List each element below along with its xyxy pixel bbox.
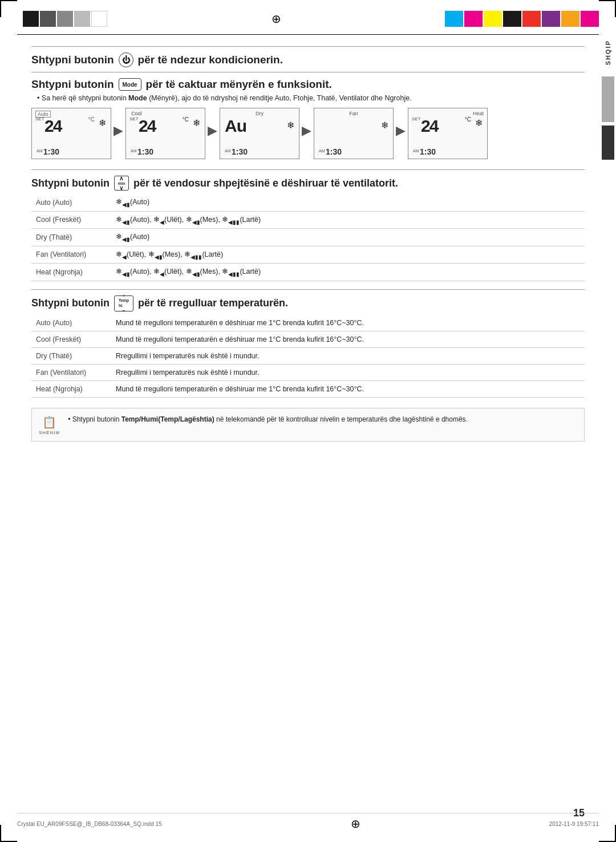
corner-mark-br [599,825,616,842]
display-cool-temp: 24 [139,116,155,136]
fan-speeds-dry: ❄◀▮(Auto) [111,229,585,246]
cbar-yellow [484,11,502,27]
temp-row-dry: Dry (Thatë) Rregullimi i temperaturës nu… [31,347,585,364]
display-heat-label: Heat [473,111,484,116]
section1-bullet: • Sa herë që shtypni butonin Mode (Mënyr… [37,94,585,102]
temp-table: Auto (Auto) Mund të rregulloni temperatu… [31,315,585,398]
fan-row-fan: Fan (Ventilatori) ❄◀(Ulët), ❄◀▮(Mes), ❄◀… [31,246,585,264]
cbar-red [522,11,541,27]
color-bars-right [445,11,599,27]
section3: Shtypni butonin + Temphi. − për të rregu… [31,289,585,398]
display-dry-label: Dry [256,111,264,116]
section2-title: Shtypni butonin ∧min∨ për të vendosur sh… [31,170,585,191]
section1-title-mode: Shtypni butonin Mode për të caktuar mëny… [31,78,585,91]
cbar-pink [581,11,599,27]
display-dry-time: 1:30 [232,147,248,156]
fan-row-cool: Cool (Freskët) ❄◀▮(Auto), ❄◀(Ulët), ❄◀▮(… [31,211,585,229]
fan-mode-heat: Heat (Ngrohja) [31,264,111,281]
temp-mode-dry: Dry (Thatë) [31,347,111,364]
note-icon: 📋 [42,415,56,429]
display-fan-time: 1:30 [326,147,342,156]
display-dry: Dry Au ❄ AM 1:30 [220,108,299,159]
display-cool: Cool SET 24 °C ❄ AM 1:30 [125,108,205,159]
top-marks: ⊕ [0,0,616,34]
color-sq-gray [57,11,73,27]
fan-speeds-heat: ❄◀▮(Auto), ❄◀(Ulët), ❄◀▮(Mes), ❄◀▮▮(Lart… [111,264,585,281]
temp-icon: + Temphi. − [114,295,133,311]
display-cool-set: SET [129,116,139,122]
corner-mark-tr [599,0,616,17]
temp-row-cool: Cool (Freskët) Mund të rregulloni temper… [31,331,585,347]
display-auto: Auto SET 24 °C ❄ AM 1:30 [31,108,111,159]
corner-mark-tl [0,0,17,17]
display-fan: Fan ❄ AM 1:30 [314,108,394,159]
marks-left [17,11,107,27]
display-dry-fan: ❄ [287,120,294,131]
note-icon-block: 📋 SHËNIM [39,414,60,435]
display-auto-tempsup: °C [88,116,95,123]
color-squares-left [23,11,107,27]
color-sq-black [23,11,39,27]
display-auto-temp: 24 [44,116,61,136]
fan-speeds-cool: ❄◀▮(Auto), ❄◀(Ulët), ❄◀▮(Mes), ❄◀▮▮(Lart… [111,211,585,229]
note-bold: Temp/Humi(Temp/Lagështia) [121,415,214,423]
section1-mode-prefix: Shtypni butonin [31,78,114,91]
cbar-cyan [445,11,463,27]
temp-row-fan: Fan (Ventilatori) Rregullimi i temperatu… [31,364,585,380]
display-cool-tempsup: °C [183,116,189,123]
display-fan-am: AM [319,149,325,153]
footer-right: 2012-11-9 19:57:11 [549,821,599,827]
sidebar-label: SHQIP [605,40,611,65]
display-heat-fan: ❄ [475,118,483,128]
fan-mode-dry: Dry (Thatë) [31,229,111,246]
section1-mode-suffix: për të caktuar mënyrën e funksionit. [146,78,332,91]
fan-row-dry: Dry (Thatë) ❄◀▮(Auto) [31,229,585,246]
display-dry-am: AM [225,149,231,153]
section2-prefix: Shtypni butonin [31,177,110,189]
temp-mode-cool: Cool (Freskët) [31,331,111,347]
arrow4: ▶ [394,123,408,138]
display-heat: Heat SET 24 °C ❄ AM 1:30 [408,108,488,159]
section3-prefix: Shtypni butonin [31,297,110,309]
display-auto-fan: ❄ [99,118,106,128]
temp-desc-heat: Mund të rregulloni temperaturën e dëshir… [111,380,585,397]
temp-desc-cool: Mund të rregulloni temperaturën e dëshir… [111,331,585,347]
sidebar-gray-bar [602,76,614,122]
sidebar: SHQIP [600,34,616,377]
display-cool-time: 1:30 [137,147,153,156]
temp-row-auto: Auto (Auto) Mund të rregulloni temperatu… [31,315,585,331]
display-heat-set: SET [412,116,421,122]
display-auto-am: AM [37,149,43,153]
corner-mark-bl [0,825,17,842]
fan-mode-cool: Cool (Freskët) [31,211,111,229]
display-cool-am: AM [131,149,137,153]
note-section: 📋 SHËNIM • Shtypni butonin Temp/Humi(Tem… [31,408,585,442]
display-row: Auto SET 24 °C ❄ AM 1:30 ▶ Cool SET 24 °… [31,108,585,159]
bottom-footer: Crystal EU_AR09FSSE@_IB_DB68-03364A_SQ.i… [17,813,599,831]
section3-suffix: për të rregulluar temperaturën. [138,297,288,309]
section2-suffix: për të vendosur shpejtësinë e dëshiruar … [133,177,398,189]
mode-label: Mode [123,82,137,88]
display-auto-set: SET [35,116,44,122]
color-sq-darkgray [40,11,56,27]
fan-row-auto: Auto (Auto) ❄◀▮(Auto) [31,194,585,211]
display-heat-temp: 24 [421,116,437,136]
temp-mode-fan: Fan (Ventilatori) [31,364,111,380]
arrow1: ▶ [111,123,125,138]
note-text: • Shtypni butonin Temp/Humi(Temp/Lagësht… [68,414,468,424]
display-cool-label: Cool [129,111,144,116]
fan-speed-icon: ∧min∨ [114,176,129,191]
mode-icon-box: Mode [119,78,141,91]
temp-desc-fan: Rregullimi i temperaturës nuk është i mu… [111,364,585,380]
section1-power-suffix: për të ndezur kondicionerin. [138,54,283,66]
temp-mode-auto: Auto (Auto) [31,315,111,331]
fan-table: Auto (Auto) ❄◀▮(Auto) Cool (Freskët) ❄◀▮… [31,194,585,281]
sidebar-dark-bar [602,126,614,160]
temp-desc-auto: Mund të rregulloni temperaturën e dëshir… [111,315,585,331]
cbar-purple [542,11,560,27]
display-heat-time: 1:30 [420,147,436,156]
color-sq-white [91,11,107,27]
display-cool-fan: ❄ [193,118,200,128]
color-sq-lightgray [74,11,90,27]
cbar-orange [561,11,579,27]
